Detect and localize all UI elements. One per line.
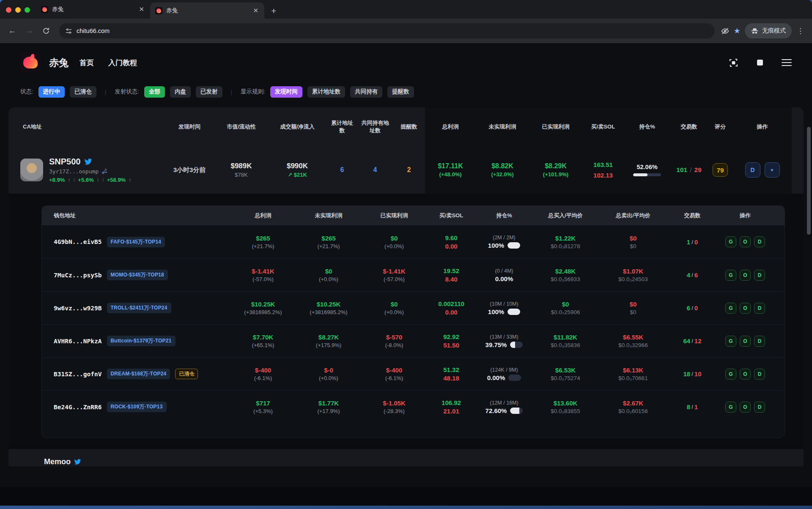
column-header[interactable]: 操作 <box>718 206 773 225</box>
site-logo[interactable] <box>20 52 41 73</box>
browser-menu-icon[interactable]: ⋮ <box>796 27 807 36</box>
wallet-tag[interactable]: FAFO-$145万-TOP14 <box>107 237 165 247</box>
wallet-tag[interactable]: MOMO-$345万-TOP18 <box>107 270 168 280</box>
close-window-button[interactable] <box>6 7 11 13</box>
menu-icon[interactable] <box>782 57 792 68</box>
reload-button[interactable] <box>39 24 53 38</box>
filter-button[interactable]: 进行中 <box>38 86 65 98</box>
gmgn-button[interactable]: G <box>725 236 736 247</box>
token-avatar[interactable] <box>20 159 43 181</box>
forward-button[interactable]: → <box>22 24 36 38</box>
filter-button[interactable]: 已发射 <box>196 86 222 98</box>
tab-close-icon[interactable]: ✕ <box>252 7 259 14</box>
wallet-row[interactable]: AVHR6...NPkzAButtcoin-$1379万-TOP21$7.70K… <box>42 324 785 357</box>
column-header[interactable]: 共同持有地址数 <box>357 107 393 146</box>
filter-button[interactable]: 全部 <box>144 86 165 98</box>
column-header[interactable]: 总利润 <box>425 107 476 146</box>
column-header[interactable]: 未实现利润 <box>476 107 529 146</box>
wallet-row[interactable]: 4G9bN...eivB5FAFO-$145万-TOP14$265(+21.7%… <box>42 225 785 258</box>
okx-button[interactable]: O <box>740 369 751 380</box>
filter-button[interactable]: 已清仓 <box>70 86 96 98</box>
okx-button[interactable]: O <box>740 270 751 281</box>
new-tab-button[interactable]: + <box>264 6 283 19</box>
column-header[interactable]: 操作 <box>733 107 792 146</box>
twitter-icon[interactable] <box>74 458 81 465</box>
column-header[interactable]: 未实现利润 <box>295 206 362 225</box>
window-controls[interactable] <box>0 7 36 19</box>
token-name[interactable]: Memoo <box>44 457 71 466</box>
token-row[interactable]: SNP500 3yr17Z...oopump +8.9%↑/ +5.6%↑/ +… <box>8 146 804 194</box>
column-header[interactable]: 已实现利润 <box>529 107 582 146</box>
maximize-window-button[interactable] <box>25 7 30 13</box>
filter-button[interactable]: 共同持有 <box>350 86 382 98</box>
nav-tutorial-link[interactable]: 入门教程 <box>108 58 137 68</box>
site-settings-icon[interactable] <box>65 27 72 35</box>
minimize-window-button[interactable] <box>15 7 21 13</box>
back-button[interactable]: ← <box>5 24 19 38</box>
dex-button[interactable]: D <box>754 402 765 413</box>
twitter-icon[interactable] <box>84 158 92 166</box>
gmgn-button[interactable]: G <box>725 369 736 380</box>
column-header[interactable]: 市值/流动性 <box>215 107 268 146</box>
dex-button[interactable]: D <box>754 270 765 281</box>
browser-tab-2-active[interactable]: 赤兔 ✕ <box>150 3 264 19</box>
dex-button[interactable]: D <box>745 162 760 178</box>
wallet-address[interactable]: 9w6vz...w929B <box>54 305 102 312</box>
column-header[interactable]: 已实现利润 <box>362 206 426 225</box>
column-header[interactable]: 发现时间 <box>164 107 215 146</box>
filter-button[interactable]: 提醒数 <box>387 86 414 98</box>
okx-button[interactable]: O <box>740 402 751 413</box>
wallet-address[interactable]: 4G9bN...eivB5 <box>54 238 102 245</box>
column-header[interactable]: 钱包地址 <box>54 206 231 225</box>
column-header[interactable]: 持仓% <box>624 107 670 146</box>
dex-button[interactable]: D <box>754 236 765 247</box>
column-header[interactable]: 累计地址数 <box>327 107 357 146</box>
okx-button[interactable]: O <box>740 336 751 347</box>
column-header[interactable]: 评分 <box>708 107 733 146</box>
column-header[interactable]: 持仓% <box>477 206 532 225</box>
token-contract-address[interactable]: 3yr17Z...oopump <box>49 168 99 175</box>
eye-off-icon[interactable] <box>721 27 730 36</box>
gmgn-button[interactable]: G <box>725 303 736 314</box>
okx-button[interactable]: O <box>740 303 751 314</box>
wallet-tag[interactable]: Buttcoin-$1379万-TOP21 <box>107 336 176 346</box>
page-scrollbar[interactable] <box>807 127 811 235</box>
gmgn-button[interactable]: G <box>725 336 736 347</box>
column-header[interactable]: 交易数 <box>667 206 718 225</box>
column-header[interactable]: 成交额/净流入 <box>268 107 327 146</box>
square-icon[interactable] <box>757 60 763 66</box>
wallet-address[interactable]: 7MuCz...psySb <box>54 272 102 279</box>
column-header[interactable]: 总买入/平均价 <box>532 206 599 225</box>
column-header[interactable]: 买/卖SOL <box>426 206 477 225</box>
tab-close-icon[interactable]: ✕ <box>138 5 145 13</box>
okx-button[interactable]: O <box>740 236 751 247</box>
column-header[interactable]: 买/卖SOL <box>582 107 624 146</box>
bookmark-star-icon[interactable]: ★ <box>734 26 741 36</box>
browser-tab-1[interactable]: 赤兔 ✕ <box>36 2 150 17</box>
wallet-row[interactable]: 7MuCz...psySbMOMO-$345万-TOP18$-1.41K(-57… <box>42 258 785 291</box>
address-bar[interactable]: chitu66.com <box>59 23 715 38</box>
column-header[interactable]: 提醒数 <box>393 107 425 146</box>
column-header[interactable]: 总卖出/平均价 <box>599 206 667 225</box>
dex-button[interactable]: D <box>754 369 765 380</box>
dex-button[interactable]: D <box>754 336 765 347</box>
gmgn-button[interactable]: G <box>725 402 736 413</box>
wallet-tag[interactable]: DREAM-$168万-TOP24 <box>107 369 170 379</box>
wallet-tag[interactable]: ROCK-$109万-TOP13 <box>107 402 167 412</box>
collapse-button[interactable]: ▼ <box>765 162 780 178</box>
column-header[interactable]: CA地址 <box>20 107 164 146</box>
gmgn-button[interactable]: G <box>725 270 736 281</box>
wallet-row[interactable]: 9w6vz...w929BTROLL-$2411万-TOP24$10.25K(+… <box>42 291 785 324</box>
wallet-address[interactable]: Be24G...ZnRR6 <box>54 404 102 410</box>
column-header[interactable]: 总利润 <box>231 206 295 225</box>
url-text[interactable]: chitu66.com <box>77 27 110 34</box>
filter-button[interactable]: 累计地址数 <box>307 86 346 98</box>
nav-home-link[interactable]: 首页 <box>80 58 94 68</box>
dex-button[interactable]: D <box>754 303 765 314</box>
qr-scan-icon[interactable] <box>729 58 738 68</box>
wallet-tag[interactable]: TROLL-$2411万-TOP24 <box>107 303 171 313</box>
bubble-map-icon[interactable] <box>102 168 108 175</box>
token-name[interactable]: SNP500 <box>49 157 81 167</box>
wallet-address[interactable]: AVHR6...NPkzA <box>54 338 102 345</box>
filter-button[interactable]: 内盘 <box>170 86 191 98</box>
